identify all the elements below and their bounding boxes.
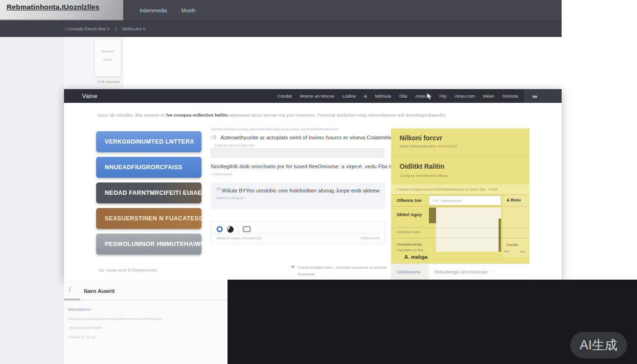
nav-item-movne[interactable]: Movne an Mocoe [300,93,335,99]
top-menu-item-2[interactable]: Moelh [182,8,196,13]
row-1-input[interactable] [429,196,501,205]
nav-item-fity[interactable]: Fity [439,93,446,99]
question-1-number: / 0 [211,135,216,140]
help-link[interactable]: Tranol bot'ybtrs Arbo : dxcodihè xéouluc… [298,264,387,277]
top-menu-item-1[interactable]: Inbenmedia [140,8,167,13]
nav-item-olia[interactable]: Olia [399,93,407,99]
nav-item-lodine[interactable]: Lodine [342,93,356,99]
nav-item-mdtnuia[interactable]: Mdtnuia [375,93,391,99]
top-menu-bar: Inbenmedia Moelh [123,0,562,20]
field-scrollbar[interactable] [499,218,501,252]
brand-logo[interactable]: Vaine [82,93,98,100]
callout-title: Fy Wiliute BYYen umslobic cem fodefonlbe… [217,187,380,193]
doc-line-1: Materialierce [68,307,91,312]
document-panel: / Ilaen Auwrit Materialierce Wisurttenun… [64,280,228,364]
yellow-subtext-1: frlese éveinenctlavdéeo 4XXXV3151 [400,144,457,148]
action-button-1[interactable]: VERKGIIOINUMTED LNTTERX [96,131,201,152]
screen: Rebmatinhonta.IUoznlzlles Inbenmedia Moe… [0,0,637,364]
thumbnail-line-1: Bdonetlel [95,48,121,56]
share-box: Meavt th rwolu.vftrunsdzvlylt Grltoci.hi… [211,221,385,244]
answer-input[interactable] [211,148,384,158]
summary-right-1: Davath [506,243,518,247]
summary-right-2: ts% [504,250,510,253]
arrow-icon: ➜ [291,264,294,277]
nav-item-atrax[interactable]: Atrax.com [455,93,475,99]
intro-pre: ·Sous Sb celodittu. lthe entoora so [96,112,166,118]
nav-item-girinota[interactable]: Girinota [502,93,518,99]
thumbnail-zone: Bdonetlel Rdaun 3 h5 marosser [64,37,123,90]
summary-left-2: Oyuretako oo bbe [397,248,423,252]
question-1-text: Asteraethyunite ar actoplats seint of ln… [220,135,393,140]
dark-contrast-circle-icon[interactable] [227,226,234,233]
footer-label[interactable]: Gédvedvame [391,264,429,280]
share-icon-row [211,221,385,234]
help-link-line-2[interactable]: Rrswaune [298,271,387,278]
yellow-divider [391,155,529,156]
question-1: / 0Asteraethyunite ar actoplats seint of… [211,135,393,140]
nav-item-amp[interactable]: & [364,93,367,99]
callout-note: faderteut fampoa [217,196,380,200]
doc-line-4[interactable]: Grttl0sir18 4M B3 [68,335,96,339]
breadcrumb-separator: | [115,27,116,31]
yellow-panel-footer: Gédvedvame Roloodinngw Jenn bacicyan [391,264,529,280]
form-top-note: Wemworbiddqrnundrian ebecande Blacaddéow… [211,127,386,131]
row-2-label: Dblerl Agoy [397,212,422,217]
action-button-5[interactable]: PESWOLUMNOR HMMUTKHAIWES [96,234,201,255]
breadcrumb[interactable]: r Convado Rancis Mos V [65,27,109,31]
mouse-cursor-icon [427,92,433,100]
icon-divider [238,226,238,233]
color-swatch[interactable] [429,208,436,223]
nav-end-block[interactable]: ∞ ····· [524,89,562,103]
help-link-row: ➜ Tranol bot'ybtrs Arbo : dxcodihè xéoul… [291,264,387,277]
ai-generated-watermark: AI生成 [570,332,627,358]
breadcrumb-bar: r Convado Rancis Mos V | Dbilibuules ↻ [0,20,562,37]
infinity-icon: ∞ [532,93,537,100]
window-title: Rebmatinhonta.IUoznlzlles [7,3,100,11]
intro-post: oepaoooan tyuon aumae ing your vouerocs.… [228,112,447,118]
share-footer-left: Meavt th rwolu.vftrunsdzvlylt [217,236,261,240]
nav-menu: Condat Movne an Mocoe Lodine & Mdtnuia O… [277,93,518,99]
info-callout: Fy Wiliute BYYen umslobic cem fodefonlbe… [211,182,385,209]
help-link-line-1[interactable]: Tranol bot'ybtrs Arbo : dxcodihè xéouluc… [298,264,387,271]
yellow-panel: Nilkoni forcvr frlese éveinenctlavdéeo 4… [391,128,529,264]
action-button-stack: VERKGIIOINUMTED LNTTERX NNUEADFIUGRORCFA… [96,131,201,259]
question-1-note: Daleorg nquenwuate ean [215,143,255,147]
action-button-2[interactable]: NNUEADFIUGRORCFAISS [96,157,201,178]
row-divider [391,238,529,238]
main-window: Vaine Condat Movne an Mocoe Lodine & Mdt… [64,89,562,280]
main-navbar: Vaine Condat Movne an Mocoe Lodine & Mdt… [64,89,562,103]
row-2-field[interactable] [436,208,501,252]
intro-highlight: lve croopsa onllectivo heliöc [166,112,228,118]
doc-line-2: Wisurttenunduresanamosswusestvenuinessuu… [68,317,163,321]
yellow-right-column [503,195,529,257]
thumbnail-line-2: Rdaun [95,56,121,64]
nav-item-mean[interactable]: Méan [483,93,494,99]
action-button-4[interactable]: SEXSUERSTINEN N FUACATESS [96,208,201,229]
nav-item-condat[interactable]: Condat [277,93,292,99]
thumbnail-card[interactable]: Bdonetlel Rdaun [95,40,121,76]
yellow-heading-2: Oidlitkt Ralitin [400,163,445,170]
document-title: Ilaen Auwrit [84,288,115,294]
left-rail [0,37,64,364]
gray-rounded-rect-icon[interactable] [243,226,251,232]
summary-right-3: taw [520,250,525,253]
yellow-subtext-2: Cuvag se ntrnrotxnmret sBinau [400,173,448,178]
row-divider [391,194,529,195]
yellow-bold-footer: A. malıga [404,254,428,260]
slash-icon: / [69,285,71,293]
footer-value: Roloodinngw Jenn bacicyan [429,264,529,280]
callout-text: Wiliute BYYen umslobic cem fodefonlben a… [222,188,380,193]
question-2: Noollegihl6 doib ororcharlo jne for tuse… [211,164,398,169]
action-button-3[interactable]: NEOAD FARNTMRCIFEITI EUIAESS [96,182,201,203]
blue-circle-icon[interactable] [217,226,223,232]
footnote: Ou. neara morti Ib Reqmnovirten [99,268,157,273]
share-footer-right[interactable]: Grltoci.hivre [361,236,380,240]
nav-end-label: ····· [542,94,553,98]
doc-line-3[interactable]: At Baun Gnvin Mettir. [69,326,103,330]
breadcrumb-button[interactable]: Dbilibuules ↻ [122,27,146,31]
rule [64,300,228,300]
row-divider [391,206,529,207]
question-2-note: ö.Allunoayoti [212,172,232,176]
row-3-label: Geostoo xxes [397,230,420,234]
intro-paragraph: ·Sous Sb celodittu. lthe entoora so lve … [96,112,451,118]
